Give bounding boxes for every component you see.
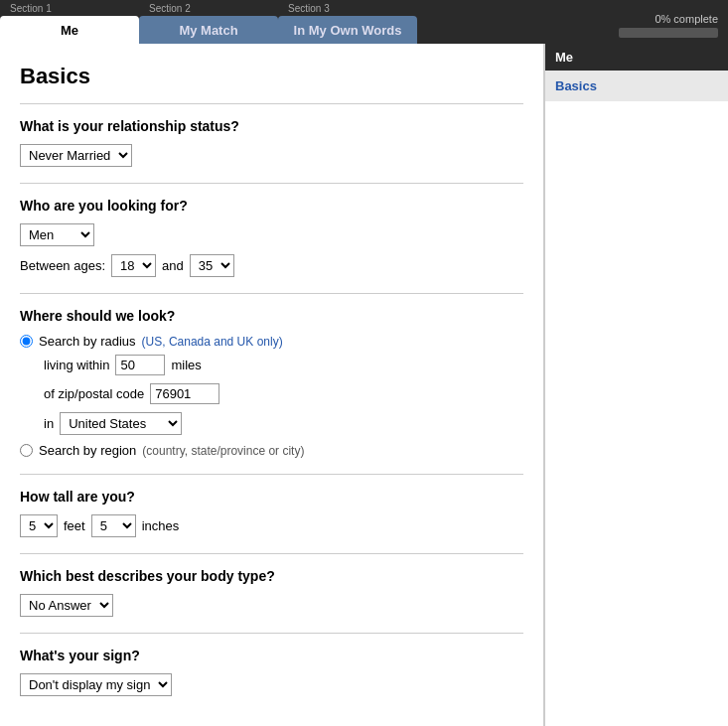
body-type-question: Which best describes your body type?: [20, 568, 523, 584]
search-by-radius-radio[interactable]: [20, 335, 33, 348]
progress-area: 0% complete: [609, 7, 728, 44]
divider-3: [20, 474, 523, 475]
divider-4: [20, 553, 523, 554]
search-by-radius-row: Search by radius (US, Canada and UK only…: [20, 334, 523, 349]
height-row: 4567 feet 01234567891011 inches: [20, 514, 523, 537]
search-by-region-row: Search by region (country, state/provinc…: [20, 443, 523, 458]
sidebar-header: Me: [545, 44, 728, 71]
tab-my-match[interactable]: My Match: [139, 16, 278, 44]
search-by-region-note: (country, state/province or city): [142, 444, 304, 458]
section1-tab[interactable]: Section 1 Me: [0, 0, 139, 44]
height-inches-select[interactable]: 01234567891011: [91, 514, 136, 537]
section3-tab[interactable]: Section 3 In My Own Words: [278, 0, 417, 44]
height-feet-select[interactable]: 4567: [20, 514, 58, 537]
progress-text: 0% complete: [655, 13, 718, 25]
age-range-row: Between ages: 1819202122232425303540 and…: [20, 254, 523, 277]
looking-for-question: Who are you looking for?: [20, 198, 523, 214]
section2-label: Section 2: [139, 3, 191, 16]
height-section: How tall are you? 4567 feet 012345678910…: [20, 489, 523, 537]
country-select[interactable]: United States Canada United Kingdom: [60, 412, 182, 435]
feet-label: feet: [64, 518, 85, 533]
search-by-radius-note: (US, Canada and UK only): [142, 335, 283, 349]
body-type-select[interactable]: No Answer Slender Athletic Average Heavy…: [20, 594, 113, 617]
sidebar: Me Basics: [544, 44, 728, 726]
zip-row: of zip/postal code: [44, 383, 523, 404]
relationship-status-section: What is your relationship status? Never …: [20, 118, 523, 167]
body-type-row: No Answer Slender Athletic Average Heavy…: [20, 594, 523, 617]
page-title: Basics: [20, 64, 523, 89]
sign-row: Don't display my sign Aries Taurus Gemin…: [20, 673, 523, 696]
divider-1: [20, 183, 523, 184]
zip-label: of zip/postal code: [44, 386, 144, 401]
height-question: How tall are you?: [20, 489, 523, 505]
miles-label: miles: [171, 358, 201, 372]
where-look-question: Where should we look?: [20, 308, 523, 324]
sidebar-item-basics[interactable]: Basics: [545, 71, 728, 101]
gender-select[interactable]: Men Women Both: [20, 223, 94, 246]
where-look-section: Where should we look? Search by radius (…: [20, 308, 523, 458]
country-row: in United States Canada United Kingdom: [44, 412, 523, 435]
body-type-section: Which best describes your body type? No …: [20, 568, 523, 617]
search-by-region-label: Search by region: [39, 443, 136, 458]
age-max-select[interactable]: 18192021222324253035405060: [190, 254, 234, 277]
main-layout: Basics What is your relationship status?…: [0, 44, 728, 726]
divider-5: [20, 633, 523, 634]
relationship-status-select[interactable]: Never Married Divorced Separated Widowed…: [20, 144, 132, 167]
section1-label: Section 1: [0, 3, 52, 16]
age-min-select[interactable]: 1819202122232425303540: [111, 254, 156, 277]
section2-tab[interactable]: Section 2 My Match: [139, 0, 278, 44]
divider-top: [20, 103, 523, 104]
tab-me[interactable]: Me: [0, 16, 139, 44]
sign-select[interactable]: Don't display my sign Aries Taurus Gemin…: [20, 673, 172, 696]
search-by-region-radio[interactable]: [20, 444, 33, 457]
looking-for-section: Who are you looking for? Men Women Both …: [20, 198, 523, 277]
progress-bar-background: [619, 28, 718, 38]
gender-row: Men Women Both: [20, 223, 523, 246]
divider-2: [20, 293, 523, 294]
inches-label: inches: [142, 518, 180, 533]
living-within-label: living within: [44, 358, 109, 372]
between-ages-label: Between ages:: [20, 258, 105, 273]
radius-options: living within miles of zip/postal code i…: [44, 355, 523, 435]
top-navigation: Section 1 Me Section 2 My Match Section …: [0, 0, 728, 44]
search-by-radius-label: Search by radius: [39, 334, 136, 349]
relationship-status-row: Never Married Divorced Separated Widowed…: [20, 144, 523, 167]
in-label: in: [44, 416, 54, 431]
relationship-status-question: What is your relationship status?: [20, 118, 523, 134]
zip-input[interactable]: [150, 383, 219, 404]
living-within-row: living within miles: [44, 355, 523, 375]
miles-input[interactable]: [115, 355, 165, 375]
content-area: Basics What is your relationship status?…: [0, 44, 544, 726]
tab-in-my-own-words[interactable]: In My Own Words: [278, 16, 417, 44]
and-label: and: [162, 258, 184, 273]
section3-label: Section 3: [278, 3, 330, 16]
sign-question: What's your sign?: [20, 648, 523, 663]
sign-section: What's your sign? Don't display my sign …: [20, 648, 523, 696]
